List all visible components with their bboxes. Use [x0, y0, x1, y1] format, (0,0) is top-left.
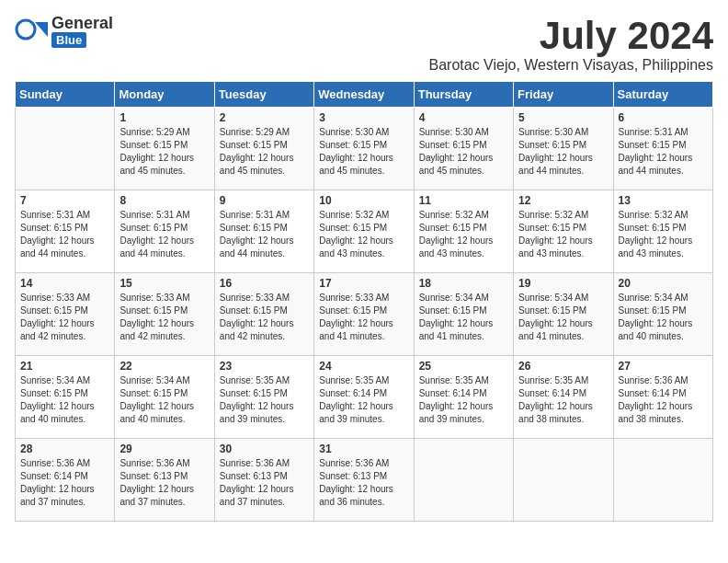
- col-header-tuesday: Tuesday: [214, 82, 313, 108]
- calendar-cell: [16, 108, 115, 190]
- calendar-cell: 24Sunrise: 5:35 AM Sunset: 6:14 PM Dayli…: [314, 356, 414, 439]
- day-info: Sunrise: 5:29 AM Sunset: 6:15 PM Dayligh…: [220, 126, 309, 178]
- day-number: 2: [220, 111, 309, 124]
- day-number: 17: [319, 277, 408, 290]
- svg-marker-1: [35, 22, 48, 37]
- month-title: July 2024: [429, 15, 714, 57]
- calendar-cell: 31Sunrise: 5:36 AM Sunset: 6:13 PM Dayli…: [314, 439, 414, 522]
- day-number: 20: [619, 277, 708, 290]
- day-number: 13: [619, 194, 708, 207]
- calendar-cell: 23Sunrise: 5:35 AM Sunset: 6:15 PM Dayli…: [214, 356, 313, 439]
- day-number: 24: [319, 360, 408, 373]
- day-number: 19: [518, 277, 608, 290]
- day-info: Sunrise: 5:34 AM Sunset: 6:15 PM Dayligh…: [619, 292, 708, 343]
- day-number: 16: [220, 277, 309, 290]
- day-number: 5: [518, 111, 608, 124]
- calendar-cell: 21Sunrise: 5:34 AM Sunset: 6:15 PM Dayli…: [16, 356, 115, 439]
- day-number: 6: [619, 111, 708, 124]
- day-number: 4: [419, 111, 508, 124]
- day-number: 8: [119, 194, 209, 207]
- day-info: Sunrise: 5:36 AM Sunset: 6:13 PM Dayligh…: [220, 457, 309, 509]
- day-info: Sunrise: 5:35 AM Sunset: 6:14 PM Dayligh…: [319, 374, 408, 426]
- day-number: 23: [220, 360, 309, 373]
- calendar-cell: 2Sunrise: 5:29 AM Sunset: 6:15 PM Daylig…: [214, 108, 313, 190]
- day-number: 11: [419, 194, 508, 207]
- day-number: 30: [220, 442, 309, 455]
- day-info: Sunrise: 5:35 AM Sunset: 6:14 PM Dayligh…: [518, 374, 608, 426]
- col-header-thursday: Thursday: [414, 82, 513, 108]
- week-row-2: 7Sunrise: 5:31 AM Sunset: 6:15 PM Daylig…: [16, 190, 713, 273]
- day-info: Sunrise: 5:35 AM Sunset: 6:14 PM Dayligh…: [419, 374, 508, 426]
- day-info: Sunrise: 5:30 AM Sunset: 6:15 PM Dayligh…: [518, 126, 608, 178]
- calendar-cell: 27Sunrise: 5:36 AM Sunset: 6:14 PM Dayli…: [613, 356, 712, 439]
- calendar-cell: 10Sunrise: 5:32 AM Sunset: 6:15 PM Dayli…: [314, 190, 414, 273]
- day-info: Sunrise: 5:34 AM Sunset: 6:15 PM Dayligh…: [119, 374, 209, 426]
- calendar-cell: [514, 439, 613, 522]
- col-header-sunday: Sunday: [16, 82, 115, 108]
- day-info: Sunrise: 5:31 AM Sunset: 6:15 PM Dayligh…: [119, 209, 209, 260]
- day-info: Sunrise: 5:34 AM Sunset: 6:15 PM Dayligh…: [419, 292, 508, 343]
- calendar-cell: 14Sunrise: 5:33 AM Sunset: 6:15 PM Dayli…: [16, 273, 115, 356]
- calendar-cell: 22Sunrise: 5:34 AM Sunset: 6:15 PM Dayli…: [115, 356, 214, 439]
- day-info: Sunrise: 5:34 AM Sunset: 6:15 PM Dayligh…: [20, 374, 109, 426]
- calendar-cell: [414, 439, 513, 522]
- col-header-wednesday: Wednesday: [314, 82, 414, 108]
- day-info: Sunrise: 5:36 AM Sunset: 6:13 PM Dayligh…: [119, 457, 209, 509]
- day-info: Sunrise: 5:36 AM Sunset: 6:14 PM Dayligh…: [619, 374, 708, 426]
- logo-blue: Blue: [51, 32, 86, 48]
- calendar-cell: 25Sunrise: 5:35 AM Sunset: 6:14 PM Dayli…: [414, 356, 513, 439]
- calendar-cell: 12Sunrise: 5:32 AM Sunset: 6:15 PM Dayli…: [514, 190, 613, 273]
- day-number: 29: [119, 442, 209, 455]
- location: Barotac Viejo, Western Visayas, Philippi…: [429, 57, 714, 74]
- calendar-cell: 3Sunrise: 5:30 AM Sunset: 6:15 PM Daylig…: [314, 108, 414, 190]
- day-info: Sunrise: 5:33 AM Sunset: 6:15 PM Dayligh…: [319, 292, 408, 343]
- day-info: Sunrise: 5:33 AM Sunset: 6:15 PM Dayligh…: [20, 292, 109, 343]
- week-row-5: 28Sunrise: 5:36 AM Sunset: 6:14 PM Dayli…: [16, 439, 713, 522]
- day-number: 25: [419, 360, 508, 373]
- calendar-cell: 13Sunrise: 5:32 AM Sunset: 6:15 PM Dayli…: [613, 190, 712, 273]
- day-info: Sunrise: 5:33 AM Sunset: 6:15 PM Dayligh…: [220, 292, 309, 343]
- calendar-cell: 30Sunrise: 5:36 AM Sunset: 6:13 PM Dayli…: [214, 439, 313, 522]
- day-info: Sunrise: 5:36 AM Sunset: 6:14 PM Dayligh…: [20, 457, 109, 509]
- day-number: 18: [419, 277, 508, 290]
- day-number: 31: [319, 442, 408, 455]
- calendar-cell: 16Sunrise: 5:33 AM Sunset: 6:15 PM Dayli…: [214, 273, 313, 356]
- calendar-cell: 4Sunrise: 5:30 AM Sunset: 6:15 PM Daylig…: [414, 108, 513, 190]
- day-number: 10: [319, 194, 408, 207]
- day-info: Sunrise: 5:31 AM Sunset: 6:15 PM Dayligh…: [20, 209, 109, 260]
- col-header-monday: Monday: [115, 82, 214, 108]
- day-number: 3: [319, 111, 408, 124]
- calendar-cell: 8Sunrise: 5:31 AM Sunset: 6:15 PM Daylig…: [115, 190, 214, 273]
- svg-point-0: [17, 20, 35, 39]
- calendar-cell: 6Sunrise: 5:31 AM Sunset: 6:15 PM Daylig…: [613, 108, 712, 190]
- calendar-table: SundayMondayTuesdayWednesdayThursdayFrid…: [15, 81, 713, 522]
- calendar-cell: [613, 439, 712, 522]
- day-number: 9: [220, 194, 309, 207]
- calendar-cell: 26Sunrise: 5:35 AM Sunset: 6:14 PM Dayli…: [514, 356, 613, 439]
- day-number: 15: [119, 277, 209, 290]
- col-header-saturday: Saturday: [613, 82, 712, 108]
- day-info: Sunrise: 5:30 AM Sunset: 6:15 PM Dayligh…: [419, 126, 508, 178]
- day-info: Sunrise: 5:31 AM Sunset: 6:15 PM Dayligh…: [220, 209, 309, 260]
- calendar-cell: 9Sunrise: 5:31 AM Sunset: 6:15 PM Daylig…: [214, 190, 313, 273]
- logo-general: General: [51, 15, 113, 31]
- day-number: 27: [619, 360, 708, 373]
- logo: General Blue: [15, 15, 113, 48]
- day-info: Sunrise: 5:33 AM Sunset: 6:15 PM Dayligh…: [119, 292, 209, 343]
- day-number: 26: [518, 360, 608, 373]
- day-info: Sunrise: 5:29 AM Sunset: 6:15 PM Dayligh…: [119, 126, 209, 178]
- day-info: Sunrise: 5:32 AM Sunset: 6:15 PM Dayligh…: [419, 209, 508, 260]
- calendar-cell: 19Sunrise: 5:34 AM Sunset: 6:15 PM Dayli…: [514, 273, 613, 356]
- col-header-friday: Friday: [514, 82, 613, 108]
- page-header: General Blue July 2024 Barotac Viejo, We…: [15, 15, 713, 74]
- day-info: Sunrise: 5:35 AM Sunset: 6:15 PM Dayligh…: [220, 374, 309, 426]
- day-info: Sunrise: 5:30 AM Sunset: 6:15 PM Dayligh…: [319, 126, 408, 178]
- calendar-cell: 5Sunrise: 5:30 AM Sunset: 6:15 PM Daylig…: [514, 108, 613, 190]
- day-info: Sunrise: 5:36 AM Sunset: 6:13 PM Dayligh…: [319, 457, 408, 509]
- calendar-cell: 7Sunrise: 5:31 AM Sunset: 6:15 PM Daylig…: [16, 190, 115, 273]
- day-number: 28: [20, 442, 109, 455]
- calendar-cell: 17Sunrise: 5:33 AM Sunset: 6:15 PM Dayli…: [314, 273, 414, 356]
- day-info: Sunrise: 5:31 AM Sunset: 6:15 PM Dayligh…: [619, 126, 708, 178]
- calendar-cell: 20Sunrise: 5:34 AM Sunset: 6:15 PM Dayli…: [613, 273, 712, 356]
- calendar-cell: 28Sunrise: 5:36 AM Sunset: 6:14 PM Dayli…: [16, 439, 115, 522]
